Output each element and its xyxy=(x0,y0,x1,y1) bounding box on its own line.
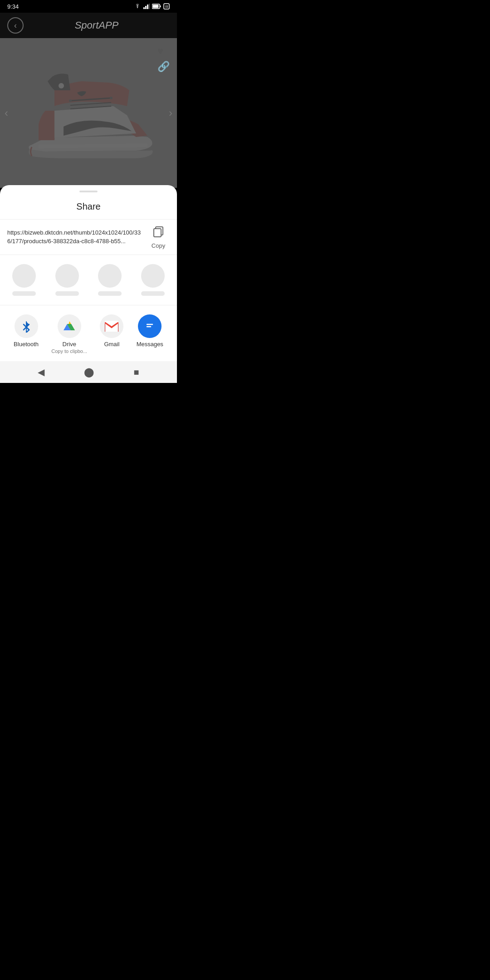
share-url: https://bizweb.dktcdn.net/thumb/1024x102… xyxy=(7,229,142,245)
share-title: Share xyxy=(0,201,177,212)
bluetooth-label: Bluetooth xyxy=(14,341,39,348)
status-time: 9:34 xyxy=(7,3,19,10)
app-placeholder-3 xyxy=(98,264,122,296)
app-circle-1 xyxy=(12,264,36,288)
bottom-apps-row: Bluetooth Drive Copy to clipbo... xyxy=(0,305,177,361)
share-icon[interactable]: 🔗 xyxy=(157,61,170,73)
image-overlay xyxy=(0,38,177,188)
wifi-icon xyxy=(134,4,141,9)
drive-icon-container xyxy=(58,314,81,338)
svg-rect-2 xyxy=(147,5,148,9)
back-chevron-icon: ‹ xyxy=(14,21,17,30)
top-nav: ‹ SportAPP xyxy=(0,13,177,38)
svg-rect-1 xyxy=(145,6,147,9)
drive-icon xyxy=(63,320,76,333)
apps-placeholder-row xyxy=(0,255,177,305)
bluetooth-icon-container xyxy=(15,314,38,338)
share-sheet: Share https://bizweb.dktcdn.net/thumb/10… xyxy=(0,185,177,383)
nav-home-button[interactable]: ⬤ xyxy=(84,367,94,377)
nav-recent-button[interactable]: ■ xyxy=(133,367,139,377)
url-row: https://bizweb.dktcdn.net/thumb/1024x102… xyxy=(0,219,177,255)
drive-label: Drive xyxy=(63,341,76,348)
copy-label: Copy xyxy=(152,242,165,249)
app-label-3 xyxy=(98,291,122,296)
svg-rect-3 xyxy=(149,4,150,9)
status-bar: 9:34 ⊟ xyxy=(0,0,177,13)
app-circle-2 xyxy=(55,264,79,288)
messages-label: Messages xyxy=(137,341,163,348)
battery-icon xyxy=(152,4,161,9)
back-button[interactable]: ‹ xyxy=(7,17,24,34)
app-circle-3 xyxy=(98,264,122,288)
svg-rect-25 xyxy=(144,321,155,330)
gmail-icon-container xyxy=(100,314,123,338)
messages-icon xyxy=(143,320,156,333)
svg-rect-0 xyxy=(143,7,145,9)
messages-icon-container xyxy=(138,314,162,338)
bluetooth-icon xyxy=(20,320,33,333)
sneaker-image-area: ♥ 🔗 ‹ › xyxy=(0,38,177,188)
system-nav-bar: ◀ ⬤ ■ xyxy=(0,361,177,383)
app-placeholder-4 xyxy=(141,264,165,296)
app-placeholder-2 xyxy=(55,264,79,296)
svg-text:⊟: ⊟ xyxy=(165,5,168,9)
app-label-2 xyxy=(55,291,79,296)
app-circle-4 xyxy=(141,264,165,288)
drag-handle[interactable] xyxy=(79,191,98,192)
signal-icon xyxy=(143,4,150,9)
action-icons: ♥ 🔗 xyxy=(157,45,170,73)
prev-arrow-icon[interactable]: ‹ xyxy=(5,107,8,119)
messages-app[interactable]: Messages xyxy=(137,314,163,354)
bluetooth-app[interactable]: Bluetooth xyxy=(14,314,39,354)
svg-rect-6 xyxy=(160,5,161,7)
next-arrow-icon[interactable]: › xyxy=(169,107,172,119)
nav-back-button[interactable]: ◀ xyxy=(38,367,44,377)
copy-button[interactable]: Copy xyxy=(147,225,170,249)
copy-icon xyxy=(152,225,165,240)
svg-rect-16 xyxy=(154,229,161,237)
gmail-icon xyxy=(105,321,118,332)
drive-sublabel: Copy to clipbo... xyxy=(51,348,87,354)
status-icons: ⊟ xyxy=(134,3,170,10)
app-title: SportAPP xyxy=(24,20,170,31)
drive-app[interactable]: Drive Copy to clipbo... xyxy=(51,314,87,354)
gmail-app[interactable]: Gmail xyxy=(100,314,123,354)
app-label-4 xyxy=(141,291,165,296)
gmail-label: Gmail xyxy=(104,341,119,348)
favorite-icon[interactable]: ♥ xyxy=(157,45,170,57)
app-label-1 xyxy=(12,291,36,296)
notification-icon: ⊟ xyxy=(163,3,170,10)
svg-rect-5 xyxy=(153,5,159,8)
app-placeholder-1 xyxy=(12,264,36,296)
